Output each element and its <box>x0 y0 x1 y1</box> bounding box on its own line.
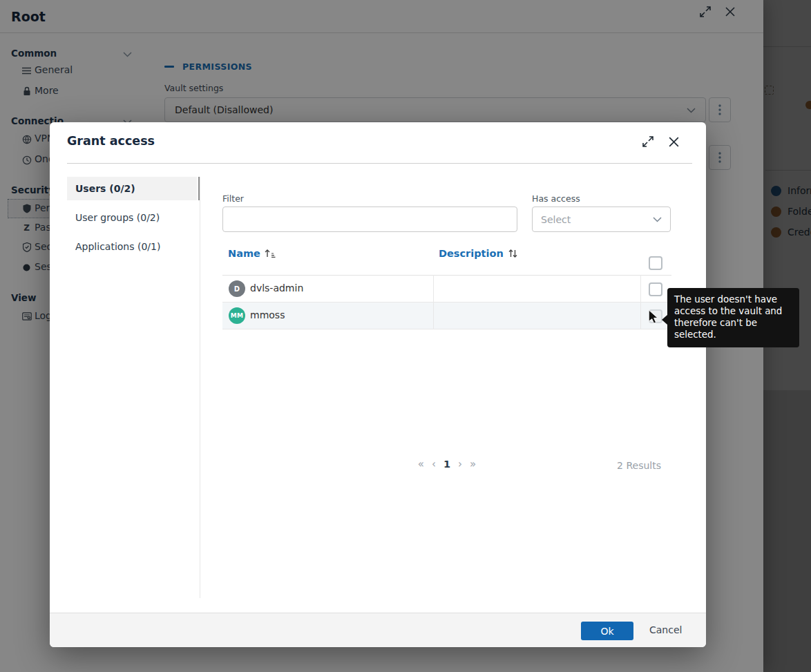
tab-applications[interactable]: Applications (0/1) <box>67 235 197 258</box>
avatar: D <box>229 280 245 297</box>
dialog-footer: Ok Cancel <box>50 613 706 647</box>
pagination-last-button[interactable]: » <box>470 457 476 471</box>
row-checkbox-dvls-admin[interactable] <box>649 282 662 296</box>
column-name-label: Name <box>228 248 260 259</box>
avatar: MM <box>229 307 245 324</box>
sort-ascending-icon <box>265 249 276 258</box>
column-header-description[interactable]: Description <box>439 248 518 259</box>
grant-access-dialog: Grant access Users (0/2) User groups (0/… <box>50 122 706 647</box>
row-name: dvls-admin <box>250 282 303 294</box>
cancel-button[interactable]: Cancel <box>649 624 682 635</box>
column-description-label: Description <box>439 248 504 259</box>
row-name: mmoss <box>250 309 285 320</box>
table-row-dvls-admin[interactable]: D dvls-admin <box>222 276 671 303</box>
ok-button[interactable]: Ok <box>581 622 633 640</box>
tabs-content-divider <box>200 177 200 598</box>
mouse-cursor-icon <box>649 310 659 324</box>
results-count: 2 Results <box>533 460 661 471</box>
pagination-next-button[interactable]: › <box>458 457 462 471</box>
tooltip: The user doesn't have access to the vaul… <box>667 288 799 347</box>
has-access-label: Has access <box>532 193 580 204</box>
table-row-mmoss[interactable]: MM mmoss <box>222 303 671 329</box>
tab-users[interactable]: Users (0/2) <box>67 177 197 200</box>
column-header-name[interactable]: Name <box>228 248 276 259</box>
column-divider <box>433 275 434 329</box>
dialog-expand-button[interactable] <box>640 134 656 149</box>
filter-label: Filter <box>222 193 244 204</box>
close-icon <box>667 135 680 148</box>
column-divider <box>640 275 641 329</box>
has-access-select[interactable]: Select <box>532 207 671 232</box>
expand-icon <box>642 135 654 148</box>
pagination-first-button[interactable]: « <box>418 457 424 471</box>
pagination-current-page[interactable]: 1 <box>443 459 450 470</box>
pagination-prev-button[interactable]: ‹ <box>432 457 436 471</box>
sort-both-icon <box>508 249 518 258</box>
select-all-checkbox[interactable] <box>649 256 662 270</box>
tab-user-groups[interactable]: User groups (0/2) <box>67 206 197 229</box>
dialog-title: Grant access <box>67 134 155 148</box>
chevron-down-icon <box>653 216 662 222</box>
dialog-header-divider <box>67 163 692 164</box>
filter-input[interactable] <box>222 207 517 232</box>
has-access-value: Select <box>541 214 653 225</box>
dialog-close-button[interactable] <box>666 134 681 149</box>
